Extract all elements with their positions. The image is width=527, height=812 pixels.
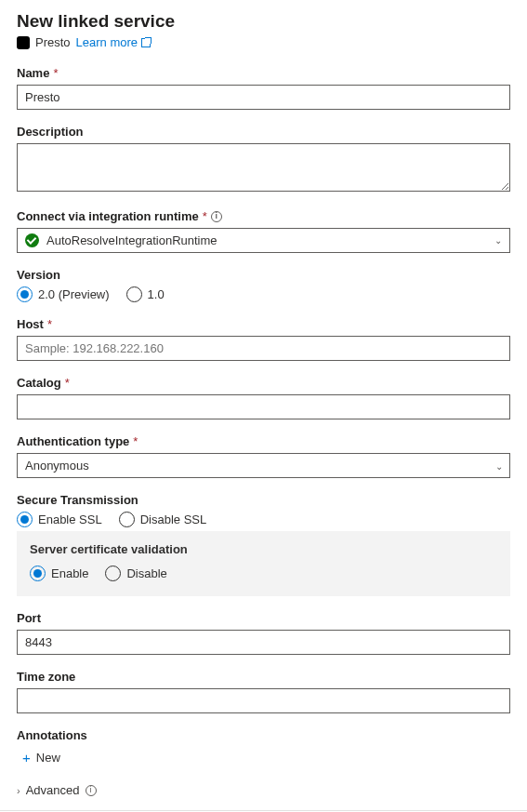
- name-input[interactable]: [17, 85, 510, 110]
- advanced-toggle[interactable]: › Advanced i: [17, 783, 510, 797]
- info-icon: i: [86, 785, 97, 796]
- description-label: Description: [17, 125, 510, 139]
- radio-icon: [119, 512, 135, 527]
- page-title: New linked service: [17, 11, 510, 32]
- chevron-right-icon: ›: [17, 785, 20, 796]
- port-input[interactable]: [17, 630, 510, 655]
- auth-type-label: Authentication type*: [17, 434, 510, 448]
- annotations-label: Annotations: [17, 728, 510, 742]
- description-input[interactable]: [17, 143, 510, 192]
- server-cert-disable-radio[interactable]: Disable: [105, 566, 166, 581]
- presto-logo-icon: [17, 36, 30, 49]
- port-label: Port: [17, 611, 510, 625]
- timezone-input[interactable]: [17, 688, 510, 713]
- catalog-label: Catalog*: [17, 376, 510, 390]
- host-input[interactable]: [17, 336, 510, 361]
- integration-runtime-label: Connect via integration runtime* i: [17, 209, 510, 223]
- timezone-label: Time zone: [17, 670, 510, 684]
- integration-runtime-select[interactable]: AutoResolveIntegrationRuntime ⌄: [17, 228, 510, 253]
- info-icon[interactable]: i: [211, 211, 222, 222]
- check-circle-icon: [25, 233, 39, 247]
- enable-ssl-radio[interactable]: Enable SSL: [17, 512, 102, 527]
- host-label: Host*: [17, 317, 510, 331]
- name-label: Name*: [17, 66, 510, 80]
- server-cert-label: Server certificate validation: [30, 542, 497, 556]
- catalog-input[interactable]: [17, 394, 510, 419]
- radio-icon: [17, 286, 33, 302]
- learn-more-link[interactable]: Learn more: [76, 35, 151, 49]
- secure-transmission-label: Secure Transmission: [17, 493, 510, 507]
- annotations-new-button[interactable]: + New: [17, 747, 66, 768]
- connector-name: Presto: [35, 35, 71, 49]
- disable-ssl-radio[interactable]: Disable SSL: [119, 512, 207, 527]
- plus-icon: +: [22, 751, 31, 765]
- version-label: Version: [17, 268, 510, 282]
- auth-type-select[interactable]: Anonymous: [17, 453, 510, 478]
- radio-icon: [126, 286, 142, 302]
- radio-icon: [105, 566, 121, 581]
- radio-icon: [17, 512, 33, 527]
- server-cert-enable-radio[interactable]: Enable: [30, 566, 88, 581]
- chevron-down-icon: ⌄: [494, 235, 502, 246]
- version-radio-2-0[interactable]: 2.0 (Preview): [17, 286, 110, 302]
- version-radio-1-0[interactable]: 1.0: [126, 286, 165, 302]
- radio-icon: [30, 566, 46, 581]
- external-link-icon: [141, 38, 151, 47]
